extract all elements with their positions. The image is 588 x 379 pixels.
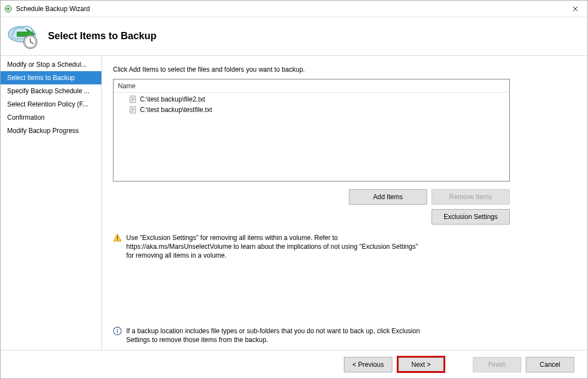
item-buttons-row: Add Items Remove Items	[113, 189, 510, 205]
step-confirmation[interactable]: Confirmation	[1, 111, 101, 124]
svg-rect-9	[117, 330, 118, 333]
next-button-highlight: Next >	[397, 356, 445, 373]
info-icon	[113, 327, 122, 335]
exclusion-settings-button[interactable]: Exclusion Settings	[431, 209, 510, 225]
warning-note: Use "Exclusion Settings" for removing al…	[113, 233, 422, 260]
wizard-body: Modify or Stop a Schedul... Select Items…	[1, 56, 587, 350]
svg-rect-10	[117, 329, 118, 330]
warning-icon	[113, 233, 122, 242]
exclusion-button-row: Exclusion Settings	[113, 209, 510, 225]
wizard-steps-sidebar: Modify or Stop a Schedul... Select Items…	[1, 56, 102, 350]
step-select-items[interactable]: Select Items to Backup	[1, 71, 101, 84]
list-item-path: C:\test backup\testfile.txt	[140, 106, 212, 114]
step-retention-policy[interactable]: Select Retention Policy (F...	[1, 98, 101, 111]
cancel-button[interactable]: Cancel	[526, 357, 574, 372]
list-item[interactable]: C:\test backup\testfile.txt	[114, 104, 509, 115]
wizard-header: Select Items to Backup	[1, 17, 587, 56]
next-button[interactable]: Next >	[398, 357, 444, 371]
file-icon	[129, 106, 137, 114]
wizard-window: Schedule Backup Wizard Select Items to B…	[0, 0, 588, 379]
close-button[interactable]	[563, 1, 587, 17]
step-modify-progress[interactable]: Modify Backup Progress	[1, 124, 101, 137]
add-items-button[interactable]: Add Items	[349, 189, 427, 205]
list-item-path: C:\test backup\file2.txt	[140, 95, 205, 103]
svg-rect-6	[117, 236, 118, 239]
wizard-footer: < Previous Next > Finish Cancel	[1, 350, 587, 378]
wizard-content: Click Add Items to select the files and …	[102, 56, 587, 350]
previous-button[interactable]: < Previous	[344, 357, 392, 372]
app-icon	[4, 4, 13, 13]
finish-button: Finish	[473, 357, 521, 372]
svg-rect-4	[130, 96, 136, 103]
list-body: C:\test backup\file2.txt C:\test backup\…	[114, 93, 509, 116]
list-column-header[interactable]: Name	[114, 79, 509, 93]
svg-rect-7	[117, 239, 118, 241]
info-note: If a backup location includes file types…	[113, 327, 422, 344]
instruction-text: Click Add Items to select the files and …	[113, 66, 574, 73]
page-title: Select Items to Backup	[48, 30, 157, 42]
list-item[interactable]: C:\test backup\file2.txt	[114, 94, 509, 104]
warning-text: Use "Exclusion Settings" for removing al…	[126, 233, 422, 260]
file-icon	[129, 95, 137, 103]
window-title: Schedule Backup Wizard	[16, 5, 563, 13]
items-listbox[interactable]: Name C:\test backup\file2.txt C:\test ba…	[113, 79, 510, 182]
remove-items-button: Remove Items	[431, 189, 510, 205]
backup-cloud-icon	[6, 21, 41, 52]
step-specify-schedule[interactable]: Specify Backup Schedule ...	[1, 84, 101, 98]
info-text: If a backup location includes file types…	[126, 327, 422, 344]
step-modify-stop[interactable]: Modify or Stop a Schedul...	[1, 58, 101, 71]
titlebar: Schedule Backup Wizard	[1, 1, 587, 17]
svg-rect-5	[130, 106, 136, 113]
